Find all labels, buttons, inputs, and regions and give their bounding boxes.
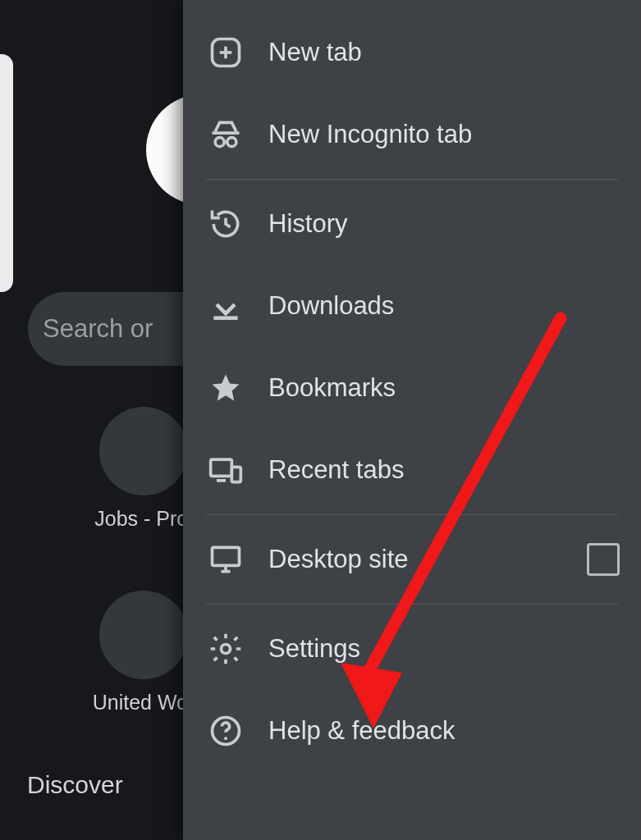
- menu-item-history[interactable]: History: [183, 183, 641, 265]
- menu-item-downloads[interactable]: Downloads: [183, 265, 641, 347]
- svg-rect-8: [211, 459, 232, 476]
- incognito-icon: [208, 116, 244, 153]
- menu-item-label: History: [268, 209, 347, 239]
- menu-item-help-feedback[interactable]: Help & feedback: [183, 690, 641, 772]
- help-icon: [208, 713, 244, 749]
- menu-item-label: Desktop site: [268, 545, 409, 574]
- overflow-menu: New tab New Incognito tab History Downlo…: [183, 0, 641, 840]
- menu-item-recent-tabs[interactable]: Recent tabs: [183, 429, 641, 511]
- menu-divider: [206, 604, 618, 605]
- shortcut-label: Jobs - Prol: [94, 507, 192, 530]
- downloads-icon: [208, 288, 244, 324]
- svg-point-16: [224, 737, 227, 740]
- menu-item-desktop-site[interactable]: Desktop site: [183, 518, 641, 600]
- menu-item-label: New Incognito tab: [268, 120, 472, 149]
- history-icon: [208, 206, 244, 242]
- svg-point-14: [222, 645, 231, 654]
- left-edge-shade: [0, 54, 13, 292]
- menu-item-new-tab[interactable]: New tab: [183, 11, 641, 94]
- menu-item-label: New tab: [268, 38, 362, 67]
- plus-square-icon: [208, 34, 244, 71]
- menu-item-label: Bookmarks: [268, 373, 396, 403]
- menu-item-label: Settings: [268, 634, 360, 664]
- svg-point-4: [215, 138, 224, 147]
- menu-item-new-incognito[interactable]: New Incognito tab: [183, 94, 641, 176]
- svg-rect-11: [213, 547, 240, 565]
- desktop-site-checkbox[interactable]: [587, 543, 620, 576]
- gear-icon: [208, 631, 244, 667]
- discover-heading: Discover: [27, 771, 123, 799]
- svg-point-5: [227, 138, 236, 147]
- shortcut-chip: [99, 407, 188, 495]
- menu-divider: [206, 514, 618, 515]
- monitor-icon: [208, 541, 244, 578]
- shortcut-chip: [99, 591, 188, 679]
- menu-item-bookmarks[interactable]: Bookmarks: [183, 347, 641, 429]
- menu-divider: [206, 179, 618, 180]
- shortcut-label: United Wor: [93, 691, 195, 714]
- menu-item-label: Help & feedback: [268, 716, 455, 746]
- menu-item-label: Downloads: [268, 291, 394, 321]
- svg-rect-10: [231, 467, 240, 482]
- omnibox-placeholder: Search or: [43, 314, 153, 344]
- menu-item-settings[interactable]: Settings: [183, 608, 641, 690]
- devices-icon: [208, 452, 244, 488]
- star-icon: [208, 370, 244, 406]
- menu-item-label: Recent tabs: [268, 455, 404, 485]
